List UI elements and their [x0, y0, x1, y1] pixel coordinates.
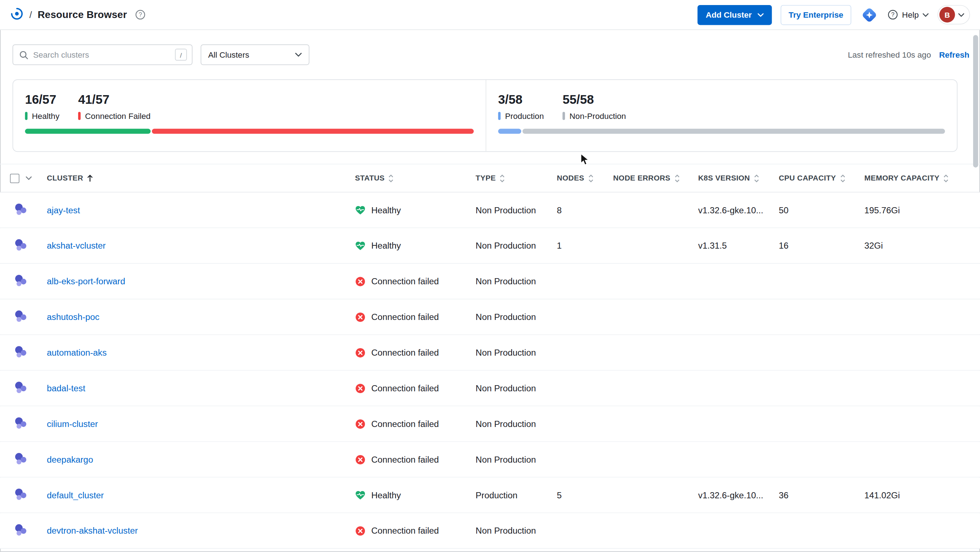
add-cluster-button[interactable]: Add Cluster: [698, 5, 772, 25]
table-row[interactable]: ajay-test Healthy Non Production 8 v1.32…: [0, 192, 980, 228]
search-box[interactable]: /: [13, 44, 193, 65]
add-cluster-label: Add Cluster: [706, 10, 752, 19]
cluster-icon: [13, 272, 29, 288]
column-header-memory-capacity[interactable]: MEMORY CAPACITY: [852, 174, 980, 182]
table-row[interactable]: automation-aks Connection failed Non Pro…: [0, 335, 980, 371]
healthy-stat: 16/57 Healthy: [25, 92, 59, 121]
column-header-cpu-capacity[interactable]: CPU CAPACITY: [766, 174, 852, 182]
status-label: Connection failed: [371, 347, 439, 358]
breadcrumb: / Resource Browser ?: [10, 6, 146, 23]
connection-failed-status-icon: [355, 454, 365, 465]
table-row[interactable]: alb-eks-port-forward Connection failed N…: [0, 264, 980, 299]
cluster-name-link[interactable]: alb-eks-port-forward: [47, 276, 125, 286]
healthy-bar-segment: [25, 129, 151, 134]
type-cell: Non Production: [463, 347, 544, 358]
select-all-checkbox[interactable]: [10, 173, 19, 183]
non-production-count: 55/58: [562, 92, 626, 107]
cluster-name-link[interactable]: automation-aks: [47, 347, 107, 358]
table-row[interactable]: deepakargo Connection failed Non Product…: [0, 442, 980, 477]
sort-icon: [754, 174, 759, 182]
cluster-name-link[interactable]: ajay-test: [47, 205, 80, 215]
healthy-status-icon: [355, 205, 365, 215]
table-row[interactable]: cilium-cluster Connection failed Non Pro…: [0, 406, 980, 442]
column-header-type[interactable]: TYPE: [463, 174, 544, 182]
column-header-cluster[interactable]: CLUSTER: [34, 174, 342, 182]
select-all-header[interactable]: [0, 173, 34, 183]
chevron-down-icon: [958, 13, 964, 17]
page-help-icon[interactable]: ?: [135, 10, 146, 20]
cluster-filter-select[interactable]: All Clusters: [201, 44, 310, 65]
help-menu[interactable]: ? Help: [888, 10, 929, 20]
cluster-icon: [13, 308, 29, 324]
cluster-icon: [13, 201, 29, 217]
user-menu[interactable]: B: [937, 5, 970, 24]
refresh-button[interactable]: Refresh: [939, 50, 970, 59]
table-row[interactable]: devtron-akshat-vcluster Connection faile…: [0, 513, 980, 549]
status-label: Healthy: [371, 490, 401, 500]
try-enterprise-button[interactable]: Try Enterprise: [780, 5, 851, 25]
cluster-name-link[interactable]: badal-test: [47, 383, 85, 393]
connection-failed-status-icon: [355, 418, 365, 429]
type-cell: Non Production: [463, 419, 544, 429]
status-label: Connection failed: [371, 383, 439, 393]
search-icon: [19, 51, 28, 59]
column-header-status[interactable]: STATUS: [343, 174, 463, 182]
top-header: / Resource Browser ? Add Cluster Try Ent…: [0, 0, 980, 30]
cluster-name-link[interactable]: deepakargo: [47, 454, 93, 465]
sort-icon: [388, 174, 394, 182]
healthy-label: Healthy: [32, 111, 59, 121]
ai-sparkle-icon[interactable]: [860, 5, 879, 24]
cluster-name-link[interactable]: ashutosh-poc: [47, 312, 99, 322]
non-production-stat: 55/58 Non-Production: [562, 92, 626, 121]
type-cell: Non Production: [463, 526, 544, 536]
status-label: Healthy: [371, 205, 401, 215]
chevron-down-icon: [25, 176, 32, 180]
app-window: / Resource Browser ? Add Cluster Try Ent…: [0, 0, 980, 552]
search-input[interactable]: [33, 50, 170, 59]
cluster-filter-value: All Clusters: [208, 50, 249, 59]
table-row[interactable]: akshat-vcluster Healthy Non Production 1…: [0, 228, 980, 264]
k8s-version-cell: v1.32.6-gke.10...: [686, 205, 766, 215]
production-legend-marker: [498, 112, 501, 120]
type-cell: Non Production: [463, 454, 544, 465]
search-shortcut-badge: /: [175, 49, 187, 60]
cluster-name-link[interactable]: akshat-vcluster: [47, 241, 105, 251]
type-cell: Non Production: [463, 312, 544, 322]
table-row[interactable]: ashutosh-poc Connection failed Non Produ…: [0, 299, 980, 335]
table-row[interactable]: badal-test Connection failed Non Product…: [0, 371, 980, 406]
app-logo-icon[interactable]: [10, 6, 24, 23]
type-cell: Non Production: [463, 383, 544, 393]
status-label: Connection failed: [371, 526, 439, 536]
failed-legend-marker: [78, 112, 81, 120]
table-body: ajay-test Healthy Non Production 8 v1.32…: [0, 192, 980, 549]
column-header-node-errors[interactable]: NODE ERRORS: [601, 174, 686, 182]
cluster-icon: [13, 237, 29, 253]
production-label: Production: [505, 111, 544, 121]
summary-card: 16/57 Healthy 41/57 Connection Failed: [13, 79, 958, 152]
type-cell: Non Production: [463, 276, 544, 286]
sort-icon: [588, 174, 594, 182]
cluster-name-link[interactable]: default_cluster: [47, 490, 104, 500]
sort-icon: [943, 174, 949, 182]
column-header-k8s-version[interactable]: K8S VERSION: [686, 174, 766, 182]
type-cell: Non Production: [463, 241, 544, 251]
column-header-nodes[interactable]: NODES: [544, 174, 601, 182]
failed-label: Connection Failed: [85, 111, 151, 121]
chevron-down-icon: [922, 13, 929, 17]
non-production-bar-segment: [523, 129, 945, 134]
cpu-cell: 16: [766, 241, 852, 251]
memory-cell: 32Gi: [852, 241, 980, 251]
cluster-icon: [13, 522, 29, 538]
status-label: Connection failed: [371, 312, 439, 322]
vertical-scrollbar-thumb[interactable]: [973, 35, 978, 167]
nodes-cell: 8: [544, 205, 601, 215]
table-row[interactable]: default_cluster Healthy Production 5 v1.…: [0, 477, 980, 513]
cluster-icon: [13, 415, 29, 431]
status-label: Healthy: [371, 241, 401, 251]
connection-failed-status-icon: [355, 276, 365, 286]
k8s-version-cell: v1.31.5: [686, 241, 766, 251]
cluster-name-link[interactable]: cilium-cluster: [47, 419, 98, 429]
failed-bar-segment: [152, 129, 474, 134]
filter-toolbar: / All Clusters Last refreshed 10s ago Re…: [0, 30, 980, 73]
cluster-name-link[interactable]: devtron-akshat-vcluster: [47, 526, 138, 536]
